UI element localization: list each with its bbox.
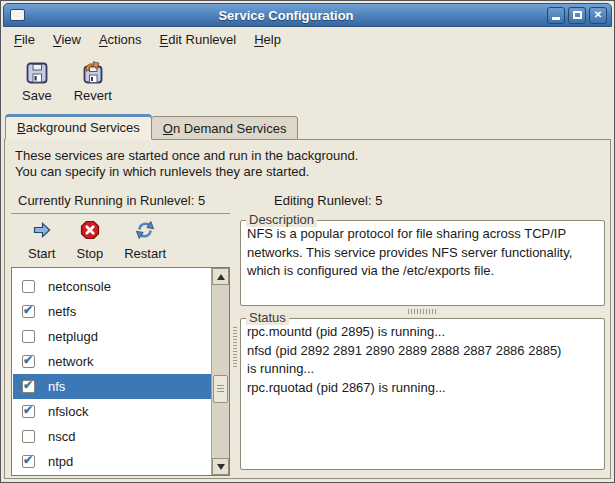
details-pane: Description NFS is a popular protocol fo…: [240, 213, 607, 476]
service-row[interactable]: [13, 474, 211, 475]
page-info: These services are started once and run …: [5, 140, 610, 180]
current-runlevel-label: Currently Running in Runlevel: 5: [18, 193, 274, 208]
scrollbar-grip-icon: [217, 385, 224, 393]
checkbox-checked-icon[interactable]: ✔: [22, 405, 35, 418]
check-mark-icon: ✔: [23, 303, 33, 317]
service-name-label: netfs: [48, 304, 76, 319]
service-configuration-window: Service Configuration ✕ FileViewActionsE…: [0, 0, 615, 483]
description-frame: Description NFS is a popular protocol fo…: [240, 220, 605, 306]
service-row-nfslock[interactable]: ✔nfslock: [13, 399, 211, 424]
checkbox-unchecked-icon[interactable]: [22, 430, 35, 443]
service-name-label: netplugd: [48, 329, 98, 344]
check-mark-icon: ✔: [23, 353, 33, 367]
maximize-button[interactable]: [568, 7, 586, 24]
service-name-label: ntpd: [48, 454, 73, 469]
window-title: Service Configuration: [25, 8, 547, 23]
check-mark-icon: ✔: [23, 453, 33, 467]
tab-on-demand-services[interactable]: On Demand Services: [151, 116, 299, 140]
service-row-nfs[interactable]: ✔nfs: [13, 374, 211, 399]
service-row-netplugd[interactable]: netplugd: [13, 324, 211, 349]
revert-button-label: Revert: [74, 88, 112, 103]
minimize-button[interactable]: [547, 7, 565, 24]
save-floppy-icon: [25, 61, 49, 85]
titlebar[interactable]: Service Configuration ✕: [3, 3, 612, 27]
service-name-label: nfs: [48, 379, 65, 394]
close-button[interactable]: ✕: [589, 7, 607, 24]
service-row-netfs[interactable]: ✔netfs: [13, 299, 211, 324]
status-line: rpc.mountd (pid 2895) is running...: [247, 323, 598, 342]
status-frame-title: Status: [246, 310, 289, 325]
stop-button[interactable]: Stop: [76, 220, 103, 261]
window-menu-icon[interactable]: [10, 9, 25, 21]
checkbox-unchecked-icon[interactable]: [22, 280, 35, 293]
menu-item-help[interactable]: Help: [245, 29, 290, 50]
service-list: netconsole✔netfsnetplugd✔network✔nfs✔nfs…: [11, 267, 230, 476]
status-line: nfsd (pid 2892 2891 2890 2889 2888 2887 …: [247, 342, 598, 361]
menu-item-view[interactable]: View: [44, 29, 90, 50]
service-list-scrollbar[interactable]: [211, 268, 229, 475]
status-text: rpc.mountd (pid 2895) is running...nfsd …: [241, 319, 604, 469]
checkbox-checked-icon[interactable]: ✔: [22, 355, 35, 368]
status-line: rpc.rquotad (pid 2867) is running...: [247, 379, 598, 398]
splitter-grip-icon: [408, 309, 438, 314]
menubar: FileViewActionsEdit RunlevelHelp: [1, 27, 614, 51]
main-area: Start Stop: [5, 213, 610, 478]
menu-item-actions[interactable]: Actions: [90, 29, 151, 50]
minimize-icon: [552, 17, 560, 20]
restart-button-label: Restart: [124, 246, 166, 261]
scrollbar-thumb[interactable]: [213, 375, 228, 403]
service-name-label: netconsole: [48, 279, 111, 294]
description-frame-title: Description: [246, 212, 317, 227]
check-mark-icon: ✔: [23, 378, 33, 392]
check-mark-icon: ✔: [23, 403, 33, 417]
stop-button-label: Stop: [76, 246, 103, 261]
editing-runlevel-label: Editing Runlevel: 5: [274, 193, 382, 208]
arrow-up-icon: [217, 274, 225, 280]
start-button[interactable]: Start: [28, 220, 55, 261]
restart-button[interactable]: Restart: [124, 220, 166, 261]
save-button[interactable]: Save: [15, 58, 59, 106]
service-actions-toolbar: Start Stop: [11, 214, 230, 265]
service-name-label: nfslock: [48, 404, 88, 419]
status-line: is running...: [247, 360, 598, 379]
scroll-up-button[interactable]: [212, 268, 229, 285]
description-status-splitter[interactable]: [240, 306, 605, 318]
revert-button[interactable]: Revert: [67, 58, 119, 106]
background-services-page: These services are started once and run …: [4, 139, 611, 479]
toolbar: Save Revert: [1, 51, 614, 109]
revert-floppy-arrow-icon: [81, 61, 105, 85]
maximize-icon: [573, 11, 582, 19]
status-frame: Status rpc.mountd (pid 2895) is running.…: [240, 318, 605, 470]
service-row-network[interactable]: ✔network: [13, 349, 211, 374]
menu-item-file[interactable]: File: [5, 29, 44, 50]
service-pane: Start Stop: [11, 213, 230, 476]
service-row-netconsole[interactable]: netconsole: [13, 274, 211, 299]
close-icon: ✕: [594, 10, 602, 20]
checkbox-checked-icon[interactable]: ✔: [22, 455, 35, 468]
menu-item-edit-runlevel[interactable]: Edit Runlevel: [151, 29, 246, 50]
info-line-1: These services are started once and run …: [15, 148, 600, 164]
save-button-label: Save: [22, 88, 52, 103]
checkbox-unchecked-icon[interactable]: [22, 330, 35, 343]
scroll-down-button[interactable]: [212, 458, 229, 475]
splitter-grip-icon: [233, 327, 237, 367]
start-button-label: Start: [28, 246, 55, 261]
tab-background-services[interactable]: Background Services: [5, 114, 152, 140]
restart-arrows-icon: [135, 220, 155, 243]
info-line-2: You can specify in which runlevels they …: [15, 164, 600, 180]
description-text: NFS is a popular protocol for file shari…: [241, 221, 604, 305]
tab-bar: Background ServicesOn Demand Services: [1, 114, 614, 140]
window-controls: ✕: [547, 7, 607, 24]
service-name-label: network: [48, 354, 94, 369]
pane-splitter[interactable]: [230, 213, 240, 476]
stop-octagon-icon: [80, 220, 100, 243]
checkbox-checked-icon[interactable]: ✔: [22, 305, 35, 318]
runlevel-row: Currently Running in Runlevel: 5 Editing…: [5, 180, 610, 213]
arrow-down-icon: [217, 464, 225, 470]
service-row-ntpd[interactable]: ✔ntpd: [13, 449, 211, 474]
service-name-label: nscd: [48, 429, 75, 444]
start-arrow-icon: [32, 220, 52, 243]
service-row-nscd[interactable]: nscd: [13, 424, 211, 449]
checkbox-checked-icon[interactable]: ✔: [22, 380, 35, 393]
